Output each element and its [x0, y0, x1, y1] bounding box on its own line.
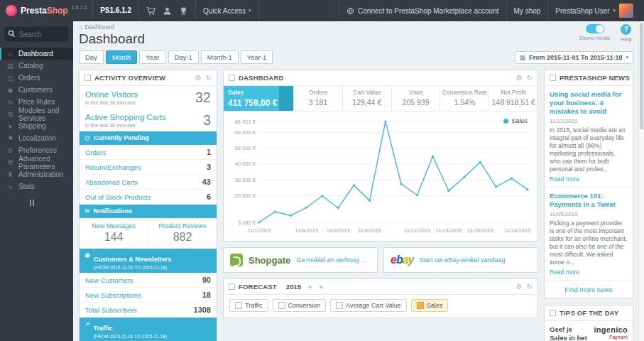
- tab-day-1[interactable]: Day-1: [168, 50, 199, 64]
- abandoned-carts-link[interactable]: Abandoned Carts: [85, 178, 138, 186]
- demo-mode-toggle[interactable]: [586, 24, 604, 33]
- gear-icon[interactable]: ⚙: [516, 283, 523, 291]
- panel-title: PRESTASHOP NEWS: [560, 74, 630, 82]
- news-article: Using social media for your business: 4 …: [545, 86, 633, 188]
- new-customers-link[interactable]: New Customers: [85, 276, 133, 284]
- ingenico-logo: ingenico Payment services: [594, 325, 628, 341]
- shopgate-ad[interactable]: Shopgate Ga mobiel en verhoog uw omzet: [223, 247, 378, 273]
- news-article-title-link[interactable]: Ecommerce 101: Payments in a Tweet: [550, 192, 628, 209]
- my-shop-link[interactable]: My shop: [506, 0, 548, 21]
- chevron-down-icon: ▾: [249, 8, 251, 13]
- find-more-news-link[interactable]: Find more news: [545, 281, 633, 298]
- kpi-conversion-rate[interactable]: Conversion Rate 1.54%: [440, 86, 489, 111]
- help-icon[interactable]: ?: [621, 24, 631, 35]
- sidebar-item-modules-and-services[interactable]: ⊞Modules and Services: [0, 108, 73, 120]
- forecast-year[interactable]: 2015: [286, 283, 301, 291]
- kpi-net-profit[interactable]: Net Profit 148 918,51 €: [489, 86, 537, 111]
- tab-month-1[interactable]: Month-1: [201, 50, 239, 64]
- tab-year-1[interactable]: Year-1: [241, 50, 273, 64]
- total-subscribers-link[interactable]: Total Subscribers: [85, 306, 137, 314]
- tips-of-the-day-panel: TIPS OF THE DAY Geef je Sales in het bui…: [544, 305, 633, 341]
- ebay-ad[interactable]: ebay Start uw eBay-winkel vandaag: [383, 247, 538, 273]
- read-more-link[interactable]: Read more: [550, 175, 628, 183]
- customers-icon[interactable]: [163, 6, 172, 16]
- svg-text:11/15/2015: 11/15/2015: [467, 227, 493, 234]
- sidebar-collapse-button[interactable]: [30, 200, 73, 206]
- date-range-picker[interactable]: ▦ From 2015-11-01 To 2015-11-18 ▾: [515, 51, 633, 64]
- sidebar-item-orders[interactable]: ◫Orders: [0, 72, 73, 84]
- marketplace-connect-link[interactable]: Connect to PrestaShop Marketplace accoun…: [339, 0, 506, 21]
- checkbox-icon: [235, 302, 242, 309]
- trophy-icon[interactable]: [179, 6, 188, 16]
- notifications-cells: New Messages 144 Product Reviews 882: [80, 218, 217, 249]
- active-carts-link[interactable]: Active Shopping Carts: [85, 113, 166, 121]
- forecast-option-sales[interactable]: Sales: [411, 299, 449, 312]
- prestashop-logo[interactable]: PrestaShop 1.6.1.2: [0, 4, 92, 18]
- forecast-option-average-cart-value[interactable]: Average Cart Value: [330, 299, 407, 312]
- advanced-parameters-icon: ⚒: [6, 159, 14, 166]
- previous-year-icon[interactable]: «: [308, 283, 312, 291]
- kpi-sales[interactable]: Sales 411 759,00 €: [224, 86, 293, 111]
- tab-day[interactable]: Day: [79, 50, 104, 64]
- user-menu[interactable]: PrestaShop User ▾: [547, 0, 644, 21]
- forecast-option-traffic[interactable]: Traffic: [229, 299, 268, 312]
- chevron-down-icon: ▾: [613, 8, 616, 13]
- news-article-title-link[interactable]: Using social media for your business: 4 …: [550, 90, 628, 116]
- sidebar-item-customers[interactable]: ◉Customers: [0, 84, 73, 96]
- customers-newsletters-header: ◉ Customers & Newsletters (FROM 2015-11-…: [80, 249, 217, 273]
- sidebar-item-administration[interactable]: ♜Administration: [0, 168, 73, 180]
- quick-access-menu[interactable]: Quick Access ▾: [195, 0, 259, 21]
- online-visitors-link[interactable]: Online Visitors: [85, 90, 138, 99]
- forecast-option-conversion[interactable]: Conversion: [273, 299, 327, 312]
- prestashop-news-panel: PRESTASHOP NEWS Using social media for y…: [544, 70, 633, 299]
- sidebar-search: [4, 26, 69, 42]
- refresh-icon[interactable]: ↻: [527, 74, 533, 82]
- news-article-date: 11/05/2015: [550, 211, 628, 217]
- sidebar-item-localization[interactable]: ⚑Localization: [0, 132, 73, 144]
- ebay-link[interactable]: Start uw eBay-winkel vandaag: [420, 256, 506, 264]
- dashboard-icon: ⌂: [6, 50, 14, 58]
- sidebar-item-shipping[interactable]: ➤Shipping: [0, 120, 73, 132]
- kpi-orders[interactable]: Orders 3 181: [293, 86, 342, 111]
- tab-month[interactable]: Month: [106, 50, 137, 64]
- sidebar-item-advanced-parameters[interactable]: ⚒Advanced Parameters: [0, 156, 73, 168]
- tab-year[interactable]: Year: [139, 50, 165, 64]
- new-messages-cell[interactable]: New Messages 144: [80, 218, 148, 249]
- shopgate-link[interactable]: Ga mobiel en verhoog uw omzet: [296, 256, 371, 264]
- refresh-icon[interactable]: ↻: [527, 283, 533, 291]
- page-title: Dashboard: [79, 31, 633, 47]
- shipping-icon: ➤: [6, 123, 14, 130]
- refresh-icon[interactable]: ↻: [206, 74, 212, 82]
- shop-name-link[interactable]: PS1.6.1.2: [92, 0, 139, 21]
- product-reviews-cell[interactable]: Product Reviews 882: [148, 218, 217, 249]
- forecast-metric-options: Traffic Conversion Average Cart Value Sa…: [224, 295, 537, 318]
- read-more-link[interactable]: Read more: [550, 269, 628, 276]
- topbar-quick-icons: [139, 6, 195, 16]
- panel-caret-icon: [550, 310, 556, 316]
- customers-row-total-subscribers: Total Subscribers 1308: [80, 303, 217, 318]
- kpi-cart-value[interactable]: Cart Value 129,44 €: [342, 86, 391, 111]
- sidebar-item-catalog[interactable]: ▤Catalog: [0, 60, 73, 72]
- out-of-stock-link[interactable]: Out of Stock Products: [85, 193, 151, 201]
- sales-line-chart: 3 082 €20 000 €30 000 €40 000 €50 000 €6…: [227, 114, 532, 237]
- cart-icon[interactable]: [146, 6, 155, 16]
- pending-row-orders: Orders 1: [80, 145, 217, 160]
- gear-icon[interactable]: ⚙: [516, 74, 523, 82]
- panel-title: DASHBOARD: [239, 74, 284, 82]
- kpi-visits[interactable]: Visits 205 939: [391, 86, 440, 111]
- panel-caret-icon: [229, 283, 235, 290]
- sidebar-item-stats[interactable]: ∿Stats: [0, 180, 73, 193]
- shopgate-logo-icon: [230, 254, 243, 266]
- gear-icon[interactable]: ⚙: [195, 74, 202, 82]
- scrollbar-thumb[interactable]: [640, 23, 643, 129]
- active-carts-metric: Active Shopping Carts in the last 30 min…: [80, 109, 217, 131]
- next-year-icon[interactable]: »: [320, 283, 324, 291]
- orders-link[interactable]: Orders: [85, 148, 106, 156]
- scrollbar[interactable]: [638, 21, 644, 341]
- new-subscriptions-link[interactable]: New Subscriptions: [85, 291, 141, 299]
- localization-icon: ⚑: [6, 135, 14, 142]
- sales-detail-box: [279, 86, 293, 111]
- sidebar-item-dashboard[interactable]: ⌂Dashboard: [0, 48, 73, 60]
- svg-text:11/13/2015: 11/13/2015: [435, 227, 462, 234]
- returns-link[interactable]: Return/Exchanges: [85, 163, 141, 171]
